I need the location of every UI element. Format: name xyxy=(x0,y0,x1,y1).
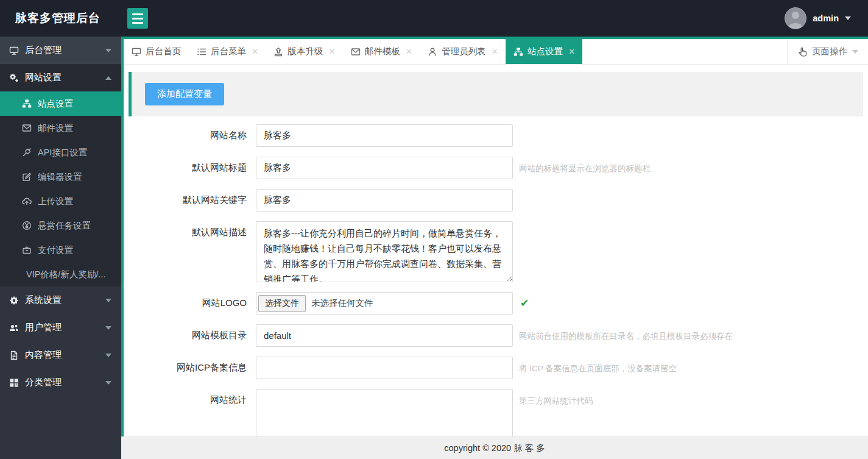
yen-circle-icon xyxy=(22,221,32,230)
tab-backend-home[interactable]: 后台首页 xyxy=(124,39,189,64)
site-stats-textarea[interactable] xyxy=(256,389,513,436)
tab-label: 后台菜单 xyxy=(211,46,246,57)
sidebar-item-label: API接口设置 xyxy=(38,147,87,158)
sidebar-item-label: 用户管理 xyxy=(25,322,62,333)
template-dir-input[interactable] xyxy=(256,324,513,347)
page-action-dropdown[interactable]: 页面操作 xyxy=(787,39,868,64)
gears-icon xyxy=(9,73,19,83)
field-label: 默认网站标题 xyxy=(129,157,247,179)
sidebar-item-label: 悬赏任务设置 xyxy=(38,220,91,232)
monitor-icon xyxy=(9,46,19,55)
chevron-down-icon xyxy=(105,326,111,330)
action-bar: 添加配置变量 xyxy=(129,72,863,116)
grid-icon xyxy=(9,378,19,388)
sidebar-toggle-button[interactable] xyxy=(127,8,148,29)
mail-icon xyxy=(351,47,361,57)
add-config-variable-button[interactable]: 添加配置变量 xyxy=(145,83,224,105)
file-status-text: 未选择任何文件 xyxy=(311,297,373,309)
site-name-input[interactable] xyxy=(256,124,513,147)
chevron-down-icon xyxy=(105,354,111,357)
sidebar-item-editor-settings[interactable]: 编辑器设置 xyxy=(0,165,121,189)
close-icon[interactable] xyxy=(329,47,334,57)
field-label: 默认网站描述 xyxy=(129,221,247,282)
check-icon xyxy=(520,292,529,315)
tab-label: 站点设置 xyxy=(528,46,563,57)
document-icon xyxy=(9,350,19,360)
tab-bar: 后台首页 后台菜单 版本升级 邮件模板 xyxy=(124,37,868,65)
sidebar-item-website-settings[interactable]: 网站设置 xyxy=(0,64,121,91)
choose-file-button[interactable]: 选择文件 xyxy=(258,295,306,312)
tab-site-config[interactable]: 站点设置 xyxy=(506,39,582,64)
sitemap-icon xyxy=(513,47,523,57)
field-hint: 第三方网站统计代码 xyxy=(519,389,593,436)
mail-icon xyxy=(22,123,32,133)
sidebar-item-category-management[interactable]: 分类管理 xyxy=(0,369,121,396)
field-hint: 网站前台使用的模板所在目录名，必填且模板目录必须存在 xyxy=(519,324,733,347)
user-menu[interactable]: admin xyxy=(785,7,851,29)
top-header: 脉客多管理后台 admin xyxy=(0,0,868,37)
chevron-down-icon xyxy=(105,381,111,385)
default-description-textarea[interactable]: 脉客多---让你充分利用自己的碎片时间，做简单悬赏任务，随时随地赚钱！让自己每月… xyxy=(256,221,513,282)
sidebar-item-vip-price[interactable]: VIP价格/新人奖励/... xyxy=(0,262,121,286)
site-settings-form: 网站名称 默认网站标题 网站的标题将显示在浏览器的标题栏 默认网站关键字 xyxy=(129,124,863,436)
sidebar-item-label: 分类管理 xyxy=(25,377,62,388)
sidebar-item-label: 站点设置 xyxy=(38,98,73,110)
users-icon xyxy=(9,323,19,333)
tab-label: 邮件模板 xyxy=(365,46,400,57)
upload-icon xyxy=(273,47,283,57)
sidebar: 后台管理 网站设置 站点设置 邮件设置 xyxy=(0,37,121,459)
sidebar-item-label: 上传设置 xyxy=(38,196,73,207)
sidebar-item-payment-settings[interactable]: 支付设置 xyxy=(0,238,121,262)
sidebar-item-mail-settings[interactable]: 邮件设置 xyxy=(0,116,121,140)
tab-label: 版本升级 xyxy=(288,46,323,57)
close-icon[interactable] xyxy=(492,47,498,57)
app-window: 脉客多管理后台 admin 后台管理 网站设置 xyxy=(0,0,868,459)
chevron-down-icon xyxy=(845,16,851,20)
form-row-template-dir: 网站模板目录 网站前台使用的模板所在目录名，必填且模板目录必须存在 xyxy=(129,324,863,347)
tab-version-upgrade[interactable]: 版本升级 xyxy=(266,39,342,64)
sidebar-item-label: 支付设置 xyxy=(38,244,73,256)
list-icon xyxy=(197,47,206,57)
sidebar-item-task-reward-settings[interactable]: 悬赏任务设置 xyxy=(0,213,121,238)
page-action-label: 页面操作 xyxy=(812,46,847,57)
main-area: 后台首页 后台菜单 版本升级 邮件模板 xyxy=(121,37,868,459)
close-icon[interactable] xyxy=(406,47,412,57)
tab-admin-list[interactable]: 管理员列表 xyxy=(420,39,506,64)
sidebar-item-api-settings[interactable]: API接口设置 xyxy=(0,140,121,165)
tab-mail-template[interactable]: 邮件模板 xyxy=(343,39,420,64)
field-label: 网站LOGO xyxy=(129,292,247,315)
sidebar-item-user-management[interactable]: 用户管理 xyxy=(0,314,121,341)
field-label: 默认网站关键字 xyxy=(129,189,247,212)
wallet-icon xyxy=(22,245,32,255)
sidebar-group-site-settings: 网站设置 站点设置 邮件设置 API接口设置 编辑器设置 xyxy=(0,64,121,286)
form-row-default-description: 默认网站描述 脉客多---让你充分利用自己的碎片时间，做简单悬赏任务，随时随地赚… xyxy=(129,221,863,282)
content-panel: 添加配置变量 网站名称 默认网站标题 网站的标题将显示在浏览器的标题栏 xyxy=(124,65,868,436)
close-icon[interactable] xyxy=(252,47,258,57)
sidebar-item-backend-admin[interactable]: 后台管理 xyxy=(0,37,121,64)
logo-file-input[interactable]: 选择文件 未选择任何文件 xyxy=(256,292,513,315)
sidebar-item-label: 系统设置 xyxy=(25,294,62,306)
form-row-default-title: 默认网站标题 网站的标题将显示在浏览器的标题栏 xyxy=(129,157,863,179)
sitemap-icon xyxy=(22,99,32,109)
tab-backend-menu[interactable]: 后台菜单 xyxy=(189,39,266,64)
default-title-input[interactable] xyxy=(256,157,513,179)
close-icon[interactable] xyxy=(569,47,574,57)
field-label: 网站名称 xyxy=(129,124,247,147)
cloud-upload-icon xyxy=(22,196,32,206)
gear-icon xyxy=(9,296,19,305)
sidebar-item-label: 编辑器设置 xyxy=(38,171,82,183)
sidebar-item-upload-settings[interactable]: 上传设置 xyxy=(0,189,121,213)
sidebar-item-label: 邮件设置 xyxy=(38,123,73,134)
field-label: 网站模板目录 xyxy=(129,324,247,347)
icp-info-input[interactable] xyxy=(256,357,513,379)
field-label: 网站统计 xyxy=(129,389,247,436)
sidebar-item-site-config[interactable]: 站点设置 xyxy=(0,91,121,116)
user-name: admin xyxy=(813,13,839,23)
field-hint: 将 ICP 备案信息在页面底部，没备案请留空 xyxy=(519,357,677,379)
sidebar-item-content-management[interactable]: 内容管理 xyxy=(0,341,121,369)
tab-label: 管理员列表 xyxy=(442,46,486,57)
sidebar-item-system-settings[interactable]: 系统设置 xyxy=(0,286,121,314)
sidebar-item-label: 网站设置 xyxy=(25,72,62,84)
default-keywords-input[interactable] xyxy=(256,189,513,212)
plug-icon xyxy=(22,148,32,157)
